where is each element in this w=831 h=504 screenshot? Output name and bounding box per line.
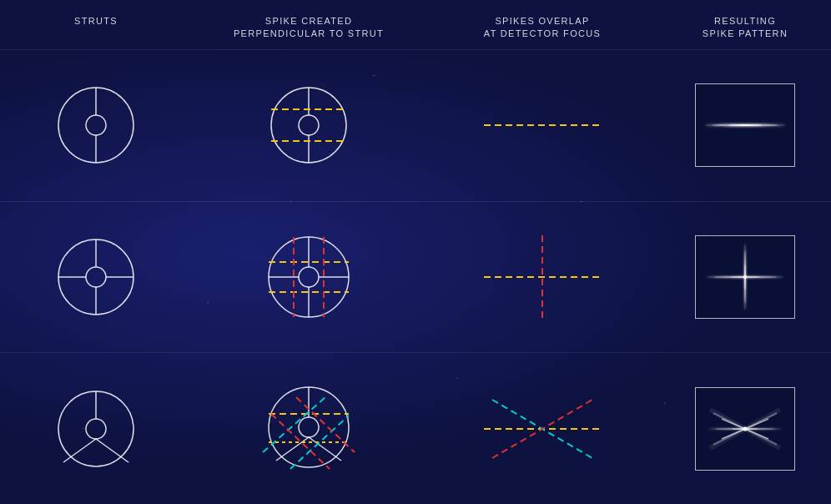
svg-point-46 bbox=[299, 417, 319, 437]
overlap-cell-2 bbox=[426, 202, 659, 353]
svg-point-16 bbox=[86, 267, 106, 287]
col-header-struts: STRUTS bbox=[0, 15, 192, 41]
result-cell-2 bbox=[659, 202, 831, 353]
content-row-2 bbox=[0, 202, 831, 353]
strut-cell-2 bbox=[0, 202, 192, 353]
result-box-2 bbox=[695, 235, 795, 319]
svg-point-5 bbox=[299, 115, 319, 135]
result-box-1 bbox=[695, 83, 795, 167]
svg-point-1 bbox=[86, 115, 106, 135]
overlap-cell-1 bbox=[426, 50, 659, 201]
svg-point-39 bbox=[743, 275, 747, 279]
svg-line-49 bbox=[309, 437, 341, 461]
col-header-spikes-overlap: SPIKES OVERLAPAT DETECTOR FOCUS bbox=[426, 15, 659, 41]
svg-point-41 bbox=[86, 419, 106, 439]
content-row-3 bbox=[0, 353, 831, 504]
overlap-cell-3 bbox=[426, 353, 659, 504]
col-header-spike-created: SPIKE CREATEDPERPENDICULAR TO STRUT bbox=[192, 15, 426, 41]
svg-point-22 bbox=[299, 267, 319, 287]
main-container: STRUTS SPIKE CREATEDPERPENDICULAR TO STR… bbox=[0, 0, 831, 504]
svg-line-55 bbox=[296, 397, 355, 452]
spike-perp-cell-2 bbox=[192, 202, 426, 353]
svg-point-68 bbox=[743, 426, 748, 431]
result-cell-1 bbox=[659, 50, 831, 201]
content-row-1 bbox=[0, 50, 831, 201]
result-cell-3 bbox=[659, 353, 831, 504]
strut-cell-3 bbox=[0, 353, 192, 504]
svg-line-48 bbox=[276, 437, 309, 461]
col-header-resulting: RESULTINGSPIKE PATTERN bbox=[659, 15, 831, 41]
svg-line-44 bbox=[96, 439, 128, 462]
strut-cell-1 bbox=[0, 50, 192, 201]
svg-line-52 bbox=[263, 397, 325, 452]
result-box-3 bbox=[695, 387, 795, 471]
spike-perp-cell-3 bbox=[192, 353, 426, 504]
spike-perp-cell-1 bbox=[192, 50, 426, 201]
svg-point-14 bbox=[738, 124, 752, 126]
svg-line-43 bbox=[63, 439, 96, 462]
header-row: STRUTS SPIKE CREATEDPERPENDICULAR TO STR… bbox=[0, 0, 831, 49]
